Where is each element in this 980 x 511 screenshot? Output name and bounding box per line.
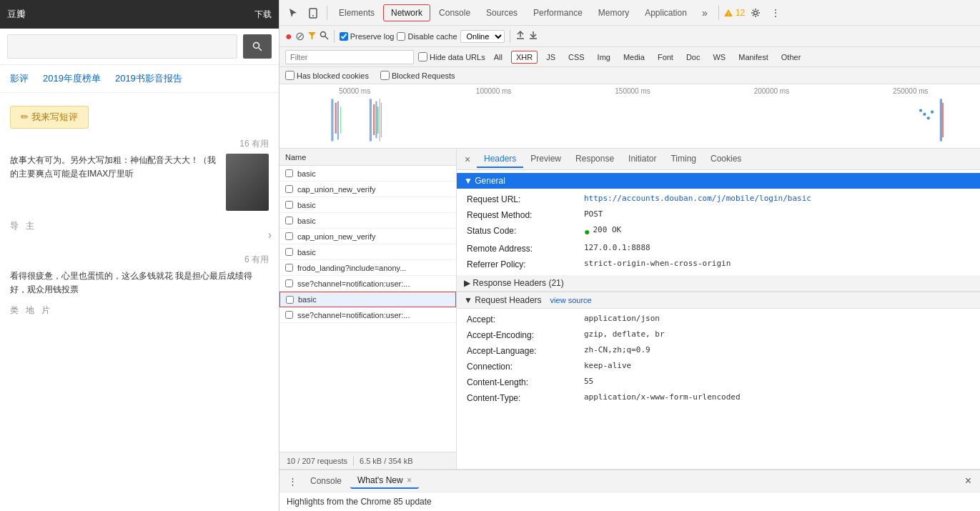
search-icon[interactable] [320, 31, 329, 42]
nav-link-report[interactable]: 2019书影音报告 [115, 72, 182, 85]
nav-link-annual[interactable]: 2019年度榜单 [43, 72, 101, 85]
website-search-bar [0, 29, 279, 65]
filter-css[interactable]: CSS [564, 51, 589, 63]
preserve-log-label[interactable]: Preserve log [340, 32, 395, 41]
website-search-button[interactable] [243, 34, 272, 59]
bottom-content: Highlights from the Chrome 85 update [279, 492, 980, 511]
request-item-6[interactable]: frodo_landing?include=anony... [279, 260, 456, 276]
tab-sources[interactable]: Sources [479, 5, 525, 21]
disable-cache-checkbox[interactable] [397, 32, 405, 41]
nav-link-yingping[interactable]: 影评 [10, 72, 29, 85]
filter-input[interactable] [285, 50, 414, 64]
filter-img[interactable]: Img [593, 51, 615, 63]
disable-cache-label[interactable]: Disable cache [397, 32, 457, 41]
request-checkbox-0[interactable] [285, 169, 293, 177]
request-checkbox-9[interactable] [285, 311, 293, 319]
download-icon[interactable] [528, 30, 538, 42]
review1-count: 16 有用 [10, 138, 269, 150]
tab-elements[interactable]: Elements [332, 5, 382, 21]
settings-icon[interactable] [746, 4, 765, 22]
tab-memory[interactable]: Memory [591, 5, 636, 21]
filter-js[interactable]: JS [542, 51, 560, 63]
request-checkbox-6[interactable] [285, 264, 293, 272]
stop-button[interactable]: ⊘ [295, 29, 305, 43]
write-review-button[interactable]: ✏ 我来写短评 [10, 106, 89, 129]
close-detail-button[interactable]: × [460, 152, 475, 167]
tab-timing[interactable]: Timing [663, 151, 703, 168]
request-checkbox-8[interactable] [286, 296, 294, 304]
record-button[interactable]: ● [285, 30, 292, 43]
request-checkbox-4[interactable] [285, 232, 293, 240]
bottom-bar: ⋮ Console What's New × × [279, 469, 980, 492]
request-items: basic cap_union_new_verify basic basic c… [279, 166, 456, 452]
upload-icon[interactable] [515, 30, 525, 42]
request-item-4[interactable]: cap_union_new_verify [279, 229, 456, 244]
tab-response[interactable]: Response [568, 151, 621, 168]
blocked-requests-label[interactable]: Blocked Requests [380, 71, 455, 80]
whatsnew-close-icon[interactable]: × [407, 475, 412, 485]
request-item-5[interactable]: basic [279, 244, 456, 260]
request-count-status: 10 / 207 requests [287, 457, 347, 465]
highlights-text: Highlights from the Chrome 85 update [287, 497, 432, 507]
request-item-2[interactable]: basic [279, 197, 456, 213]
request-checkbox-2[interactable] [285, 201, 293, 209]
throttle-select[interactable]: Online [460, 30, 505, 43]
close-devtools-button[interactable]: × [961, 473, 976, 489]
request-item-7[interactable]: sse?channel=notification:user:... [279, 276, 456, 292]
bottom-tab-console[interactable]: Console [303, 474, 349, 488]
response-headers-section[interactable]: ▶ Response Headers (21) [457, 275, 980, 292]
general-section-header[interactable]: ▼ General [457, 173, 980, 189]
arrow-right-icon[interactable]: › [268, 229, 272, 242]
filter-manifest[interactable]: Manifest [734, 51, 773, 63]
blocked-requests-checkbox[interactable] [380, 71, 390, 80]
tab-application[interactable]: Application [638, 5, 694, 21]
request-checkbox-7[interactable] [285, 279, 293, 287]
filter-icon[interactable] [307, 31, 317, 42]
tab-performance[interactable]: Performance [526, 5, 590, 21]
filter-font[interactable]: Font [653, 51, 678, 63]
request-checkbox-1[interactable] [285, 185, 293, 193]
request-checkbox-5[interactable] [285, 248, 293, 256]
filter-other[interactable]: Other [777, 51, 806, 63]
tab-preview[interactable]: Preview [523, 151, 568, 168]
preserve-log-checkbox[interactable] [340, 32, 348, 41]
filter-xhr[interactable]: XHR [511, 51, 538, 64]
remote-address-value: 127.0.0.1:8888 [584, 242, 650, 255]
request-headers-section[interactable]: ▼ Request Headers view source [457, 292, 980, 309]
request-url-value[interactable]: https://accounts.douban.com/j/mobile/log… [584, 193, 811, 206]
tab-console[interactable]: Console [432, 5, 477, 21]
tab-cookies[interactable]: Cookies [703, 151, 748, 168]
bottom-more-icon[interactable]: ⋮ [284, 475, 302, 488]
timeline-chart [285, 95, 974, 145]
website-search-input[interactable] [7, 34, 237, 59]
device-icon[interactable] [304, 4, 322, 22]
warning-badge[interactable]: ! 12 [723, 8, 745, 18]
blocked-cookies-checkbox[interactable] [285, 71, 295, 80]
request-item-1[interactable]: cap_union_new_verify [279, 182, 456, 197]
hide-data-urls-label[interactable]: Hide data URLs [418, 52, 485, 61]
svg-line-1 [259, 48, 262, 51]
request-item-0[interactable]: basic [279, 166, 456, 182]
request-name-6: frodo_landing?include=anony... [297, 264, 450, 272]
hide-data-urls-checkbox[interactable] [418, 52, 427, 61]
blocked-cookies-label[interactable]: Has blocked cookies [285, 71, 369, 80]
tab-network[interactable]: Network [383, 4, 430, 21]
filter-all[interactable]: All [490, 51, 507, 63]
request-item-9[interactable]: sse?channel=notification:user:... [279, 307, 456, 323]
view-source-link[interactable]: view source [550, 296, 592, 304]
disable-cache-text: Disable cache [407, 32, 457, 41]
more-tabs-icon[interactable]: » [696, 4, 714, 22]
more-options-icon[interactable]: ⋮ [766, 4, 785, 22]
request-item-8[interactable]: basic [279, 292, 456, 307]
cursor-icon[interactable] [284, 4, 302, 22]
request-item-3[interactable]: basic [279, 213, 456, 229]
request-checkbox-3[interactable] [285, 217, 293, 224]
filter-doc[interactable]: Doc [682, 51, 705, 63]
tab-headers[interactable]: Headers [477, 151, 523, 168]
filter-media[interactable]: Media [619, 51, 649, 63]
svg-rect-22 [331, 99, 333, 141]
download-link[interactable]: 下载 [254, 9, 272, 21]
tab-initiator[interactable]: Initiator [621, 151, 663, 168]
bottom-tab-whatsnew[interactable]: What's New × [350, 473, 419, 489]
filter-ws[interactable]: WS [708, 51, 730, 63]
